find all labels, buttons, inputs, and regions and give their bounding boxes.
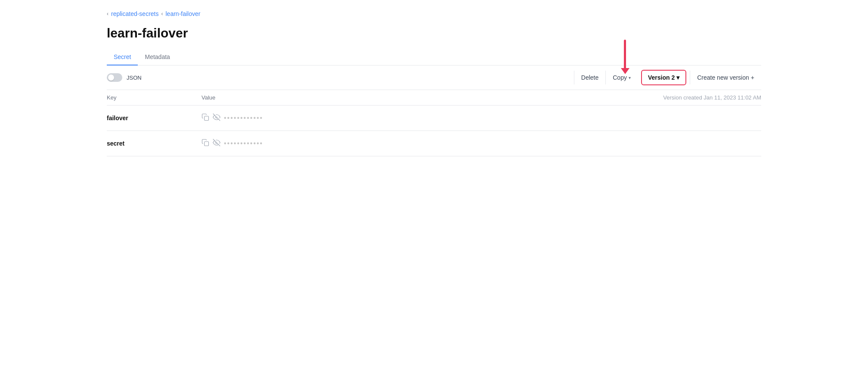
- masked-value: ••••••••••••: [224, 140, 263, 147]
- version-created-label: Version created Jan 11, 2023 11:02 AM: [663, 94, 761, 101]
- row-value-failover: ••••••••••••: [202, 113, 761, 123]
- version-wrapper: Version 2 ▾: [638, 70, 690, 85]
- breadcrumb: ‹ replicated-secrets ‹ learn-failover: [107, 10, 761, 17]
- page-title: learn-failover: [107, 26, 761, 40]
- table-row: failover ••••••••••••: [107, 106, 761, 131]
- breadcrumb-current[interactable]: learn-failover: [166, 10, 201, 17]
- row-key-failover: failover: [107, 115, 202, 121]
- tab-secret[interactable]: Secret: [107, 49, 138, 65]
- plus-icon: +: [751, 74, 754, 81]
- json-label: JSON: [127, 75, 142, 81]
- tabs-container: Secret Metadata: [107, 49, 761, 65]
- version-button[interactable]: Version 2 ▾: [641, 70, 686, 85]
- table-rows: failover •••••••••••• secret: [107, 106, 761, 156]
- svg-rect-2: [205, 142, 209, 146]
- row-value-secret: ••••••••••••: [202, 139, 761, 148]
- breadcrumb-parent[interactable]: replicated-secrets: [111, 10, 159, 17]
- breadcrumb-separator-left: ‹: [107, 11, 108, 17]
- copy-chevron-icon: ▾: [629, 75, 631, 80]
- toggle-thumb: [108, 75, 114, 81]
- annotation-arrow: [624, 40, 626, 70]
- table-row: secret ••••••••••••: [107, 131, 761, 156]
- breadcrumb-separator-right: ‹: [161, 11, 163, 17]
- copy-value-icon[interactable]: [202, 139, 209, 148]
- col-key-header: Key: [107, 94, 202, 101]
- tab-metadata[interactable]: Metadata: [138, 49, 177, 65]
- hide-value-icon[interactable]: [213, 139, 220, 148]
- hide-value-icon[interactable]: [213, 113, 220, 123]
- masked-value: ••••••••••••: [224, 114, 263, 122]
- toolbar-right: Delete Copy ▾ Version 2 ▾ Create new ver…: [574, 70, 761, 85]
- version-chevron-icon: ▾: [676, 74, 679, 81]
- json-toggle[interactable]: [107, 73, 122, 82]
- toolbar-left: JSON: [107, 73, 574, 82]
- svg-rect-0: [205, 116, 209, 121]
- table-header: Key Value Version created Jan 11, 2023 1…: [107, 90, 761, 106]
- toolbar: JSON Delete Copy ▾ Version 2 ▾ Create ne…: [107, 65, 761, 90]
- delete-button[interactable]: Delete: [574, 71, 605, 84]
- col-value-header: Value: [202, 94, 663, 101]
- row-key-secret: secret: [107, 140, 202, 147]
- create-new-version-button[interactable]: Create new version +: [690, 71, 761, 84]
- copy-value-icon[interactable]: [202, 113, 209, 123]
